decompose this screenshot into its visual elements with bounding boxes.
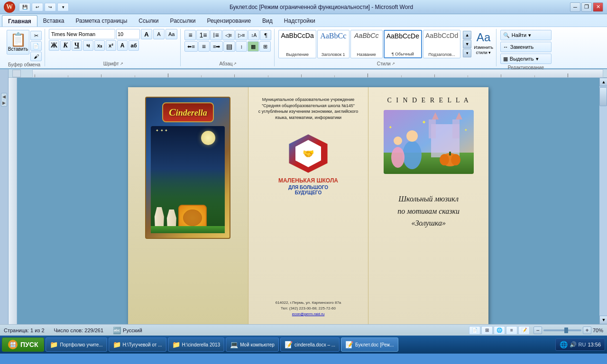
tab-references[interactable]: Ссылки	[133, 15, 164, 27]
decrease-indent-button[interactable]: ◁≡	[222, 30, 235, 40]
more-styles-button[interactable]: ▾	[463, 49, 471, 57]
view-print-button[interactable]: 📄	[469, 326, 480, 335]
redo-button[interactable]: ↪	[45, 3, 56, 11]
taskbar-item-my-computer[interactable]: 💻 Мой компьютер	[226, 337, 279, 352]
bold-button[interactable]: Ж	[49, 40, 59, 51]
start-button[interactable]: 🪟 ПУСК	[2, 337, 44, 352]
sound-icon: 🔊	[570, 341, 577, 348]
clipboard-label: Буфер обмена	[7, 61, 42, 67]
moon	[201, 131, 215, 145]
styles-group: AaBbCcDa Выделение AaBbCc Заголовок 1 Aa…	[276, 29, 496, 66]
view-draft-button[interactable]: 📝	[518, 326, 530, 335]
scroll-thumb[interactable]	[599, 87, 607, 106]
align-left-button[interactable]: ⬅≡	[184, 41, 197, 52]
zoom-thumb[interactable]	[564, 328, 568, 333]
find-button[interactable]: 🔍 Найти ▾	[500, 30, 552, 40]
zoom-in-button[interactable]: +	[583, 327, 591, 334]
scroll-down-styles[interactable]: ▼	[463, 40, 471, 48]
justify-button[interactable]: ▤	[223, 41, 235, 52]
svg-point-17	[451, 154, 460, 165]
text-highlight-button[interactable]: аб	[129, 40, 139, 51]
vertical-scrollbar[interactable]: ▲ ▼	[599, 78, 607, 324]
stars: ✦ ✦ ✦	[156, 128, 167, 133]
nav-pane-controls[interactable]: ◀ ▶	[1, 93, 7, 107]
paste-button[interactable]: 📋 Вставить	[7, 30, 29, 55]
increase-indent-button[interactable]: ▷≡	[235, 30, 248, 40]
italic-button[interactable]: К	[60, 40, 71, 51]
page-info: Страница: 1 из 2	[4, 328, 45, 333]
align-right-button[interactable]: ≡➡	[210, 41, 223, 52]
close-button[interactable]: ✕	[593, 2, 603, 12]
view-outline-button[interactable]: ≡	[506, 326, 517, 335]
superscript-button[interactable]: x²	[106, 40, 116, 51]
decrease-font-button[interactable]: A	[153, 29, 165, 39]
view-web-button[interactable]: 🌐	[494, 326, 505, 335]
subscript-button[interactable]: x₂	[94, 40, 105, 51]
tab-addins[interactable]: Надстройки	[278, 15, 321, 27]
view-full-button[interactable]: ⊞	[481, 326, 493, 335]
undo-button[interactable]: ↩	[32, 3, 43, 11]
school-name-text: Муниципальное образовательное учреждение…	[256, 97, 361, 120]
format-painter-button[interactable]: 🖌	[30, 52, 42, 61]
style-selection[interactable]: AaBbCcDa Выделение	[278, 30, 316, 58]
taskbar-item-cinderella-folder[interactable]: 📁 Н:\cinderella 2013	[168, 337, 225, 352]
bullets-button[interactable]: ≡	[184, 30, 196, 40]
styles-expand[interactable]: ▲ ▼ ▾	[462, 30, 472, 58]
customize-button[interactable]: ▾	[57, 3, 69, 11]
font-size-input[interactable]	[116, 29, 140, 39]
font-color-button[interactable]: А	[117, 40, 128, 51]
school-logo: 🤝 МАЛЕНЬКАЯ ШКОЛА ДЛЯ БОЛЬШОГО БУДУЩЕГО	[278, 132, 338, 195]
style-subtitle[interactable]: AaBbCcDd Подзаголов...	[423, 30, 460, 58]
fairy-image-content: ✦ ✦ ✦	[384, 110, 474, 174]
restore-button[interactable]: ❐	[581, 2, 592, 12]
tab-insert[interactable]: Вставка	[37, 15, 70, 27]
align-center-button[interactable]: ≡	[198, 41, 210, 52]
select-button[interactable]: ▦ Выделить ▾	[500, 54, 552, 64]
tab-home[interactable]: Главная	[2, 15, 37, 27]
sort-button[interactable]: ↕A	[248, 30, 259, 40]
scroll-up-styles[interactable]: ▲	[463, 31, 471, 39]
save-button[interactable]: 💾	[19, 3, 30, 11]
cut-button[interactable]: ✂	[30, 31, 42, 40]
minimize-button[interactable]: ─	[570, 2, 580, 12]
document-area: Cinderella ✦ ✦ ✦	[9, 78, 607, 324]
line-spacing-button[interactable]: ↕	[236, 41, 247, 52]
zoom-out-button[interactable]: −	[533, 327, 542, 334]
style-heading1[interactable]: AaBbCc Заголовок 1	[317, 30, 349, 58]
copy-button[interactable]: 📄	[30, 41, 42, 51]
styles-panel: AaBbCcDa Выделение AaBbCc Заголовок 1 Aa…	[278, 30, 460, 58]
zoom-slider[interactable]	[543, 329, 581, 331]
shading-button[interactable]: ▩	[248, 41, 259, 52]
style-normal[interactable]: AaBbCcDe ¶ Обычный	[384, 30, 422, 58]
ribbon-content: 📋 Вставить ✂ 📄 🖌 Буфер обмена A	[0, 27, 607, 68]
change-styles-button[interactable]: Аа Изменитьстили ▾	[474, 31, 493, 55]
borders-button[interactable]: ⊞	[259, 41, 271, 52]
tab-mailings[interactable]: Рассылки	[165, 15, 202, 27]
ruler-marks	[32, 69, 603, 78]
scroll-down-button[interactable]: ▼	[599, 316, 607, 324]
replace-button[interactable]: ↔ Заменить	[500, 42, 552, 52]
taskbar-item-tuguchevoy[interactable]: 📁 Н:\Тугучевой от ...	[109, 337, 166, 352]
tab-review[interactable]: Рецензирование	[201, 15, 257, 27]
svg-point-12	[406, 130, 418, 142]
ribbon-tabs: Главная Вставка Разметка страницы Ссылки…	[0, 14, 607, 27]
strikethrough-button[interactable]: ч	[83, 40, 93, 51]
scroll-track	[599, 86, 607, 316]
taskbar-system-tray: 🌐 🔊 RU 13:56	[555, 338, 605, 351]
show-marks-button[interactable]: ¶	[260, 30, 271, 40]
tab-view[interactable]: Вид	[257, 15, 278, 27]
clear-format-button[interactable]: Aa	[166, 29, 177, 39]
style-title[interactable]: AaBbCc Название	[350, 30, 383, 58]
taskbar-item-cinderella-docx[interactable]: 📝 cinderella.docx – ...	[280, 337, 340, 352]
taskbar-item-buklet[interactable]: 📝 Буклет.doc [Реж...	[341, 337, 398, 352]
increase-font-button[interactable]: A	[141, 29, 152, 39]
underline-button[interactable]: Ч	[72, 40, 82, 51]
font-name-input[interactable]	[49, 29, 115, 39]
scroll-up-button[interactable]: ▲	[599, 78, 607, 86]
multilevel-list-button[interactable]: ⁞≡	[210, 30, 221, 40]
tab-page-layout[interactable]: Разметка страницы	[70, 15, 133, 27]
right-column: C I N D E R E L L A	[368, 87, 488, 324]
numbering-button[interactable]: 1≡	[196, 30, 210, 40]
taskbar-item-portfolio[interactable]: 📁 Портфолио учите...	[46, 337, 107, 352]
zoom-level: 70%	[593, 328, 603, 333]
